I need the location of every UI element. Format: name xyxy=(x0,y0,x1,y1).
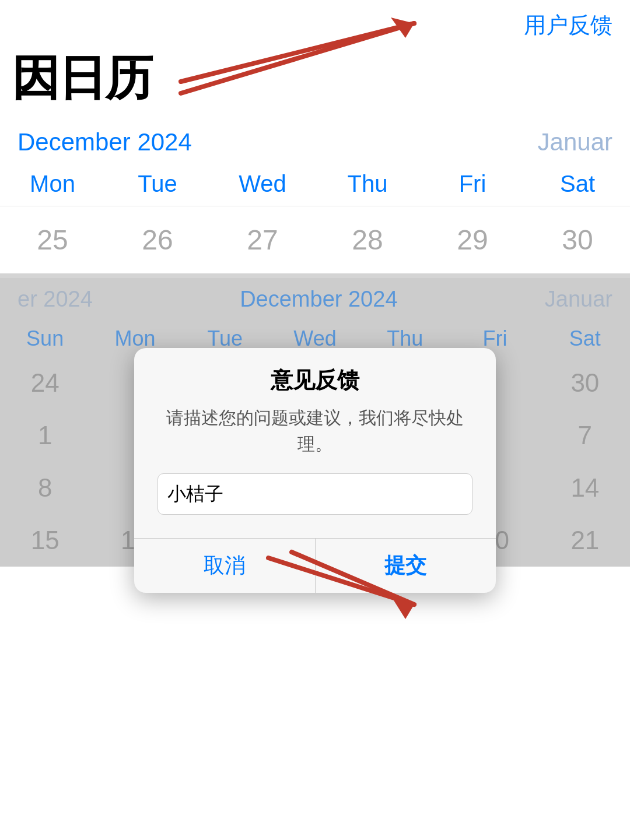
svg-marker-5 xyxy=(391,596,414,619)
modal-footer: 取消 提交 xyxy=(134,538,496,593)
section-divider xyxy=(0,273,630,278)
modal-overlay: 意见反馈 请描述您的问题或建议，我们将尽快处理。 取消 提交 xyxy=(0,278,630,567)
day-header-wed: Wed xyxy=(210,171,315,197)
feedback-button[interactable]: 用户反馈 xyxy=(524,10,612,40)
submit-button[interactable]: 提交 xyxy=(316,539,496,593)
day-header-sat: Sat xyxy=(525,171,630,197)
date-cell-30[interactable]: 30 xyxy=(525,224,630,256)
modal-title: 意见反馈 xyxy=(158,365,473,395)
date-cell-26[interactable]: 26 xyxy=(105,224,210,256)
feedback-modal: 意见反馈 请描述您的问题或建议，我们将尽快处理。 取消 提交 xyxy=(134,348,496,593)
modal-wrapper: 意见反馈 请描述您的问题或建议，我们将尽快处理。 取消 提交 xyxy=(134,348,496,593)
day-header-mon: Mon xyxy=(0,171,105,197)
day-headers-row: Mon Tue Wed Thu Fri Sat xyxy=(0,162,630,206)
next-month-label: Januar xyxy=(538,128,612,156)
date-cell-28[interactable]: 28 xyxy=(315,224,420,256)
bottom-calendar-section: er 2024 December 2024 Januar Sun Mon Tue… xyxy=(0,278,630,567)
month-header: December 2024 Januar xyxy=(0,122,630,162)
modal-description: 请描述您的问题或建议，我们将尽快处理。 xyxy=(158,405,473,457)
modal-body: 意见反馈 请描述您的问题或建议，我们将尽快处理。 xyxy=(134,348,496,526)
date-cell-29[interactable]: 29 xyxy=(420,224,525,256)
day-header-tue: Tue xyxy=(105,171,210,197)
date-cell-25[interactable]: 25 xyxy=(0,224,105,256)
date-cell-27[interactable]: 27 xyxy=(210,224,315,256)
cancel-button[interactable]: 取消 xyxy=(134,539,316,593)
date-row-top: 25 26 27 28 29 30 xyxy=(0,206,630,273)
current-month-label: December 2024 xyxy=(18,128,192,156)
day-header-thu: Thu xyxy=(315,171,420,197)
day-header-fri: Fri xyxy=(420,171,525,197)
feedback-input[interactable] xyxy=(158,473,473,515)
top-calendar-section: 用户反馈 因日历 December 2024 Januar Mon Tue We… xyxy=(0,0,630,273)
